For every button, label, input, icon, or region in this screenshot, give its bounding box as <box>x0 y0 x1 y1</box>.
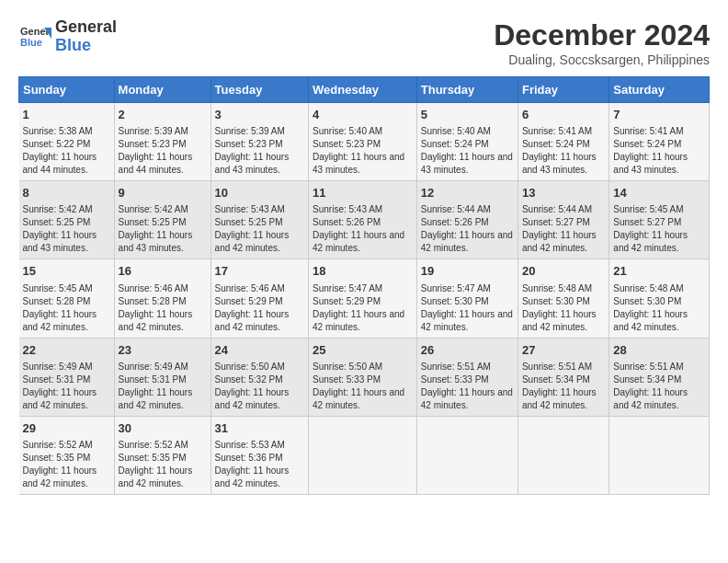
daylight-text: Daylight: 11 hours and 42 minutes. <box>215 386 304 412</box>
sunrise-text: Sunrise: 5:45 AM <box>23 282 110 295</box>
calendar-cell: 7Sunrise: 5:41 AMSunset: 5:24 PMDaylight… <box>609 103 710 181</box>
daylight-text: Daylight: 11 hours and 43 minutes. <box>313 151 413 177</box>
header-thursday: Thursday <box>416 77 518 103</box>
sunrise-text: Sunrise: 5:39 AM <box>215 125 304 138</box>
sunset-text: Sunset: 5:27 PM <box>522 216 605 229</box>
day-number: 3 <box>215 107 304 123</box>
sunrise-text: Sunrise: 5:47 AM <box>421 282 514 295</box>
calendar-cell <box>609 416 710 494</box>
day-number: 19 <box>421 263 514 280</box>
sunrise-text: Sunrise: 5:41 AM <box>522 125 605 138</box>
daylight-text: Daylight: 11 hours and 44 minutes. <box>23 151 110 177</box>
calendar-cell: 3Sunrise: 5:39 AMSunset: 5:23 PMDaylight… <box>210 103 308 181</box>
daylight-text: Daylight: 11 hours and 42 minutes. <box>215 465 304 490</box>
sunset-text: Sunset: 5:32 PM <box>215 373 304 386</box>
calendar-cell: 28Sunrise: 5:51 AMSunset: 5:34 PMDayligh… <box>609 338 710 416</box>
day-number: 11 <box>313 185 413 201</box>
daylight-text: Daylight: 11 hours and 42 minutes. <box>421 386 514 412</box>
calendar-cell: 1Sunrise: 5:38 AMSunset: 5:22 PMDaylight… <box>19 103 115 181</box>
sunset-text: Sunset: 5:30 PM <box>522 295 605 308</box>
day-number: 26 <box>421 342 514 359</box>
daylight-text: Daylight: 11 hours and 42 minutes. <box>313 308 413 334</box>
sunrise-text: Sunrise: 5:43 AM <box>313 203 413 216</box>
header-friday: Friday <box>518 77 609 103</box>
daylight-text: Daylight: 11 hours and 42 minutes. <box>522 386 605 412</box>
daylight-text: Daylight: 11 hours and 42 minutes. <box>119 386 207 412</box>
sunset-text: Sunset: 5:25 PM <box>119 216 207 229</box>
day-number: 31 <box>215 420 304 437</box>
sunset-text: Sunset: 5:24 PM <box>613 138 705 151</box>
sunset-text: Sunset: 5:24 PM <box>421 138 514 151</box>
sunset-text: Sunset: 5:30 PM <box>613 295 705 308</box>
logo-line1: General <box>55 18 117 37</box>
sunrise-text: Sunrise: 5:39 AM <box>119 125 207 138</box>
day-number: 29 <box>23 420 110 437</box>
calendar-cell <box>416 416 518 494</box>
header-wednesday: Wednesday <box>309 77 417 103</box>
calendar-cell: 24Sunrise: 5:50 AMSunset: 5:32 PMDayligh… <box>210 338 308 416</box>
day-number: 15 <box>23 263 110 280</box>
day-number: 8 <box>23 185 110 201</box>
sunset-text: Sunset: 5:29 PM <box>313 295 413 308</box>
day-number: 1 <box>23 107 110 123</box>
header-saturday: Saturday <box>609 77 710 103</box>
daylight-text: Daylight: 11 hours and 43 minutes. <box>23 229 110 255</box>
calendar-cell: 5Sunrise: 5:40 AMSunset: 5:24 PMDaylight… <box>416 103 518 181</box>
calendar-cell: 19Sunrise: 5:47 AMSunset: 5:30 PMDayligh… <box>416 259 518 338</box>
calendar-cell: 8Sunrise: 5:42 AMSunset: 5:25 PMDaylight… <box>19 181 115 259</box>
calendar-week-row: 15Sunrise: 5:45 AMSunset: 5:28 PMDayligh… <box>19 259 710 338</box>
day-number: 6 <box>522 107 605 123</box>
day-number: 27 <box>522 342 605 359</box>
sunset-text: Sunset: 5:33 PM <box>421 373 514 386</box>
daylight-text: Daylight: 11 hours and 43 minutes. <box>215 151 304 177</box>
page-subtitle: Dualing, Soccsksargen, Philippines <box>494 52 710 67</box>
sunset-text: Sunset: 5:35 PM <box>119 452 207 465</box>
daylight-text: Daylight: 11 hours and 42 minutes. <box>215 308 304 334</box>
sunset-text: Sunset: 5:35 PM <box>23 452 110 465</box>
sunrise-text: Sunrise: 5:48 AM <box>613 282 705 295</box>
calendar-cell: 10Sunrise: 5:43 AMSunset: 5:25 PMDayligh… <box>210 181 308 259</box>
sunset-text: Sunset: 5:28 PM <box>119 295 207 308</box>
day-number: 4 <box>313 107 413 123</box>
sunset-text: Sunset: 5:29 PM <box>215 295 304 308</box>
sunset-text: Sunset: 5:26 PM <box>421 216 514 229</box>
day-number: 10 <box>215 185 304 201</box>
page-title: December 2024 <box>494 18 710 52</box>
day-number: 9 <box>119 185 207 201</box>
day-number: 7 <box>613 107 705 123</box>
calendar-week-row: 8Sunrise: 5:42 AMSunset: 5:25 PMDaylight… <box>19 181 710 259</box>
svg-text:Blue: Blue <box>20 37 42 48</box>
day-number: 18 <box>313 263 413 280</box>
sunrise-text: Sunrise: 5:51 AM <box>522 361 605 373</box>
day-number: 2 <box>119 107 207 123</box>
calendar-cell: 30Sunrise: 5:52 AMSunset: 5:35 PMDayligh… <box>114 416 210 494</box>
calendar-cell: 21Sunrise: 5:48 AMSunset: 5:30 PMDayligh… <box>609 259 710 338</box>
daylight-text: Daylight: 11 hours and 42 minutes. <box>23 386 110 412</box>
header-monday: Monday <box>114 77 210 103</box>
sunset-text: Sunset: 5:25 PM <box>215 216 304 229</box>
sunrise-text: Sunrise: 5:46 AM <box>119 282 207 295</box>
calendar-cell: 15Sunrise: 5:45 AMSunset: 5:28 PMDayligh… <box>19 259 115 338</box>
sunrise-text: Sunrise: 5:50 AM <box>313 361 413 373</box>
day-number: 22 <box>23 342 110 359</box>
day-number: 12 <box>421 185 514 201</box>
sunset-text: Sunset: 5:23 PM <box>119 138 207 151</box>
sunrise-text: Sunrise: 5:52 AM <box>119 439 207 452</box>
logo-text: General Blue <box>55 18 117 55</box>
calendar-cell <box>309 416 417 494</box>
sunrise-text: Sunrise: 5:49 AM <box>119 361 207 373</box>
daylight-text: Daylight: 11 hours and 42 minutes. <box>522 308 605 334</box>
sunrise-text: Sunrise: 5:52 AM <box>23 439 110 452</box>
sunrise-text: Sunrise: 5:45 AM <box>613 203 705 216</box>
daylight-text: Daylight: 11 hours and 42 minutes. <box>613 308 705 334</box>
sunset-text: Sunset: 5:34 PM <box>522 373 605 386</box>
day-number: 5 <box>421 107 514 123</box>
sunrise-text: Sunrise: 5:38 AM <box>23 125 110 138</box>
calendar-header-row: SundayMondayTuesdayWednesdayThursdayFrid… <box>19 77 710 103</box>
calendar-cell: 31Sunrise: 5:53 AMSunset: 5:36 PMDayligh… <box>210 416 308 494</box>
calendar-cell: 4Sunrise: 5:40 AMSunset: 5:23 PMDaylight… <box>309 103 417 181</box>
daylight-text: Daylight: 11 hours and 42 minutes. <box>23 308 110 334</box>
sunset-text: Sunset: 5:28 PM <box>23 295 110 308</box>
calendar-cell: 12Sunrise: 5:44 AMSunset: 5:26 PMDayligh… <box>416 181 518 259</box>
sunset-text: Sunset: 5:34 PM <box>613 373 705 386</box>
